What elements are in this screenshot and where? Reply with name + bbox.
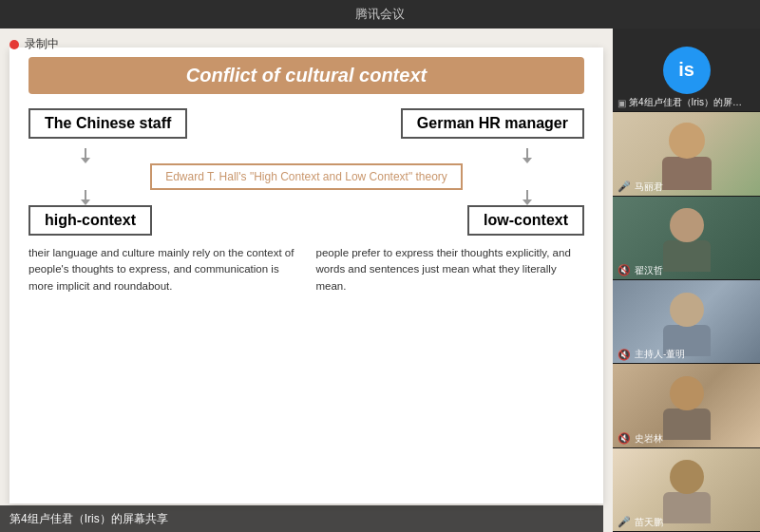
avatar-circle: is [663, 47, 711, 94]
bottom-bar-text: 第4组卢佳君（Iris）的屏幕共享 [10, 511, 168, 527]
mic-icon-3: 🔇 [618, 264, 631, 276]
recording-dot [10, 40, 19, 49]
recording-bar: 录制中 [10, 36, 59, 52]
sidebar: is ▣ 第4组卢佳君（Iris）的屏… 🎤 马丽君 [613, 28, 760, 532]
mic-icon-2: 🎤 [618, 180, 631, 193]
right-description: people prefer to express their thoughts … [316, 245, 585, 489]
left-result-arrow [81, 190, 90, 205]
mic-icon-6: 🎤 [618, 516, 631, 528]
bottom-arrows [28, 190, 584, 205]
participant-name-4: 主持人-董明 [635, 348, 685, 361]
mic-icon-4: 🔇 [618, 349, 631, 361]
participant-tile-3: 🔇 翟汉哲 [613, 197, 760, 280]
app-title: 腾讯会议 [355, 6, 405, 23]
participant-label-2: 🎤 马丽君 [618, 180, 755, 194]
left-description: their language and culture mainly rely o… [28, 245, 297, 489]
screen-share-icon: ▣ [618, 98, 626, 108]
descriptions-row: their language and culture mainly rely o… [28, 245, 584, 489]
presentation-area: 录制中 Conflict of cultural context The Chi… [0, 28, 613, 532]
theory-row: Edward T. Hall's "High Context and Low C… [28, 163, 584, 190]
main-layout: 录制中 Conflict of cultural context The Chi… [0, 28, 760, 532]
slide-content: Conflict of cultural context The Chinese… [10, 48, 603, 504]
participant-name-3: 翟汉哲 [635, 264, 663, 277]
participant-tile-4: 🔇 主持人-董明 [613, 280, 760, 364]
participant-tile-6: 🎤 苗天鹏 [613, 448, 760, 532]
recording-label: 录制中 [25, 36, 59, 52]
participant-label-6: 🎤 苗天鹏 [618, 516, 755, 529]
diagram-body: The Chinese staff German HR manager [28, 108, 584, 489]
avatar-initials: is [678, 59, 694, 81]
left-result-box: high-context [28, 205, 152, 236]
title-bar: 腾讯会议 [0, 0, 760, 28]
participant-name-2: 马丽君 [635, 180, 663, 194]
right-result-arrow [522, 190, 532, 205]
participant-name-6: 苗天鹏 [635, 516, 663, 529]
participant-label-5: 🔇 史岩林 [618, 432, 755, 446]
participant-label-1: ▣ 第4组卢佳君（Iris）的屏… [618, 96, 755, 109]
results-row: high-context low-context [28, 205, 584, 236]
left-concept-box: The Chinese staff [28, 108, 187, 139]
left-down-arrow [81, 148, 90, 163]
slide-title: Conflict of cultural context [28, 57, 584, 94]
theory-box: Edward T. Hall's "High Context and Low C… [150, 163, 463, 190]
participant-label-3: 🔇 翟汉哲 [618, 264, 755, 277]
participant-tile-2: 🎤 马丽君 [613, 112, 760, 196]
right-concept-box: German HR manager [401, 108, 584, 139]
participant-name-1: 第4组卢佳君（Iris）的屏… [629, 96, 742, 109]
mic-icon-5: 🔇 [618, 432, 631, 445]
participant-name-5: 史岩林 [635, 432, 663, 446]
participant-tile-5: 🔇 史岩林 [613, 364, 760, 447]
right-result-box: low-context [467, 205, 584, 236]
top-arrows [28, 148, 584, 163]
participant-tile-1: is ▣ 第4组卢佳君（Iris）的屏… [613, 28, 760, 112]
concepts-row: The Chinese staff German HR manager [28, 108, 584, 139]
bottom-bar: 第4组卢佳君（Iris）的屏幕共享 [0, 505, 603, 532]
right-down-arrow [522, 148, 532, 163]
participant-label-4: 🔇 主持人-董明 [618, 348, 755, 361]
